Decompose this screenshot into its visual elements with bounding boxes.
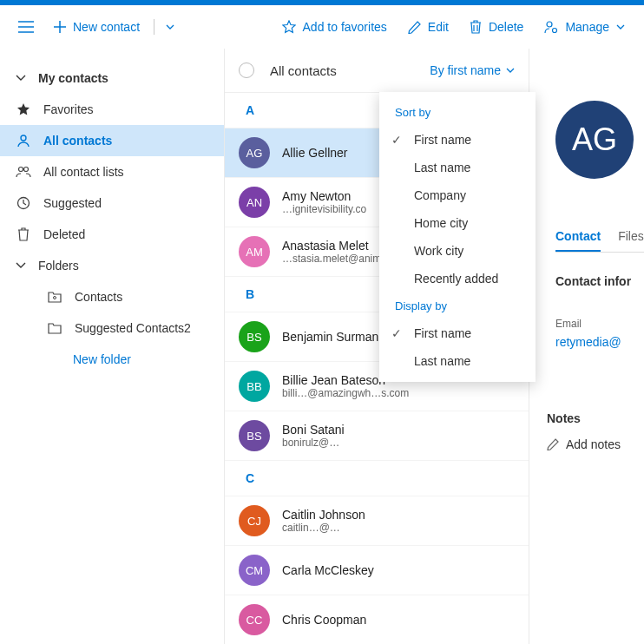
new-folder-label: New folder: [73, 352, 131, 366]
person-gear-icon: [544, 20, 558, 34]
contact-list-column: All contacts By first name AAGAllie Gell…: [224, 49, 529, 644]
svg-point-4: [24, 168, 29, 172]
tab-contact[interactable]: Contact: [555, 222, 601, 252]
section-letter: C: [225, 461, 529, 496]
avatar-initials: AG: [572, 122, 617, 158]
delete-button[interactable]: Delete: [461, 11, 532, 43]
contact-avatar: AG: [239, 137, 270, 168]
sort-option[interactable]: ✓First name: [379, 126, 536, 154]
tab-files[interactable]: Files: [618, 222, 644, 252]
contact-email: caitlin…@…: [282, 522, 515, 534]
hamburger-icon: [18, 21, 34, 33]
chevron-down-icon: [166, 24, 174, 30]
sidebar-item-label: Suggested: [43, 196, 102, 210]
contact-avatar: AN: [239, 187, 270, 218]
notes-heading: Notes: [547, 411, 581, 425]
sidebar-item-all-contacts[interactable]: All contacts: [0, 125, 224, 156]
sidebar-item-label: Deleted: [43, 227, 85, 241]
contact-avatar: CC: [239, 604, 270, 635]
sidebar-folder-label: Contacts: [75, 290, 122, 304]
new-folder-button[interactable]: New folder: [0, 344, 224, 375]
sidebar-item-label: All contact lists: [43, 165, 124, 179]
dropdown-sortby-header: Sort by: [379, 99, 536, 126]
add-to-favorites-label: Add to favorites: [303, 20, 387, 34]
new-contact-dropdown-button[interactable]: [160, 11, 181, 43]
contact-email: bonirulz@…: [282, 437, 515, 449]
sidebar-folder-contacts[interactable]: Contacts: [0, 281, 224, 312]
checkmark-icon: ✓: [391, 133, 402, 147]
toolbar-separator: [154, 19, 154, 35]
hamburger-menu-button[interactable]: [10, 11, 42, 43]
contact-name: Carla McCleskey: [282, 563, 515, 577]
sort-option[interactable]: Company: [379, 181, 536, 209]
sort-option[interactable]: Last name: [379, 154, 536, 181]
new-contact-button[interactable]: New contact: [45, 11, 148, 43]
add-notes-label: Add notes: [566, 437, 621, 451]
sidebar-folder-suggested-contacts2[interactable]: Suggested Contacts2: [0, 312, 224, 344]
sort-option[interactable]: Work city: [379, 237, 536, 265]
sidebar-item-deleted[interactable]: Deleted: [0, 219, 224, 250]
contact-avatar: BS: [239, 321, 270, 352]
email-link[interactable]: retymedia@: [555, 335, 621, 349]
contact-info: Caitlin Johnsoncaitlin…@…: [282, 508, 515, 534]
list-title: All contacts: [270, 63, 430, 78]
contact-avatar-large: AG: [555, 101, 634, 179]
email-field-label: Email: [555, 318, 582, 330]
sidebar-folders-header[interactable]: Folders: [0, 250, 224, 281]
contact-avatar: CJ: [239, 505, 270, 536]
chevron-down-icon: [616, 24, 625, 30]
contact-email: billi…@amazingwh…s.com: [282, 387, 515, 399]
add-notes-button[interactable]: Add notes: [547, 437, 621, 451]
star-outline-icon: [282, 20, 296, 34]
sort-option-label: First name: [414, 133, 471, 147]
sort-dropdown-menu: Sort by ✓First nameLast nameCompanyHome …: [379, 92, 536, 382]
edit-label: Edit: [428, 20, 449, 34]
pencil-icon: [547, 438, 559, 450]
contact-row[interactable]: CMCarla McCleskey: [225, 546, 529, 595]
star-icon: [16, 102, 31, 116]
group-icon: [16, 166, 31, 178]
sort-dropdown-button[interactable]: By first name: [430, 63, 515, 77]
pencil-icon: [408, 21, 421, 34]
sort-option-label: Last name: [414, 161, 470, 174]
contact-row[interactable]: CCChris Coopman: [225, 595, 529, 644]
contact-name: Chris Coopman: [282, 613, 515, 627]
list-header: All contacts By first name: [225, 49, 529, 93]
contact-name: Caitlin Johnson: [282, 508, 515, 522]
contact-row[interactable]: BSBoni Satanibonirulz@…: [225, 411, 529, 461]
display-option[interactable]: Last name: [379, 347, 536, 375]
main-content: My contacts FavoritesAll contactsAll con…: [0, 49, 644, 644]
sort-option-label: Recently added: [414, 272, 498, 286]
add-to-favorites-button[interactable]: Add to favorites: [273, 11, 396, 43]
select-all-checkbox[interactable]: [239, 62, 254, 78]
sidebar-item-label: Favorites: [43, 102, 94, 116]
svg-point-3: [19, 168, 23, 172]
folder-icon: [47, 322, 62, 334]
sidebar-item-suggested[interactable]: Suggested: [0, 187, 224, 219]
sort-option-label: Work city: [414, 244, 463, 258]
chevron-down-icon: [16, 75, 26, 82]
contact-info: Chris Coopman: [282, 613, 515, 627]
sort-option-label: Company: [414, 188, 466, 202]
sidebar: My contacts FavoritesAll contactsAll con…: [0, 49, 224, 644]
toolbar: New contact Add to favorites Edit Delete…: [0, 5, 644, 49]
contact-avatar: BS: [239, 420, 270, 451]
sidebar-item-favorites[interactable]: Favorites: [0, 94, 224, 125]
sidebar-item-all-contact-lists[interactable]: All contact lists: [0, 156, 224, 187]
contact-detail-pane: AG Contact Files Contact infor Email ret…: [529, 49, 644, 644]
sidebar-folder-label: Suggested Contacts2: [75, 321, 191, 335]
display-option[interactable]: ✓First name: [379, 319, 536, 347]
svg-point-1: [553, 29, 557, 33]
sidebar-header[interactable]: My contacts: [0, 62, 224, 94]
svg-point-2: [21, 135, 26, 141]
edit-button[interactable]: Edit: [399, 11, 457, 43]
contact-row[interactable]: CJCaitlin Johnsoncaitlin…@…: [225, 496, 529, 546]
trash-icon: [16, 227, 31, 241]
manage-button[interactable]: Manage: [536, 11, 634, 43]
clock-icon: [16, 196, 31, 210]
display-option-label: Last name: [414, 354, 470, 368]
sort-option[interactable]: Recently added: [379, 265, 536, 292]
detail-tabs: Contact Files: [555, 222, 644, 253]
folder-contact-icon: [47, 291, 62, 303]
sort-option[interactable]: Home city: [379, 209, 536, 237]
